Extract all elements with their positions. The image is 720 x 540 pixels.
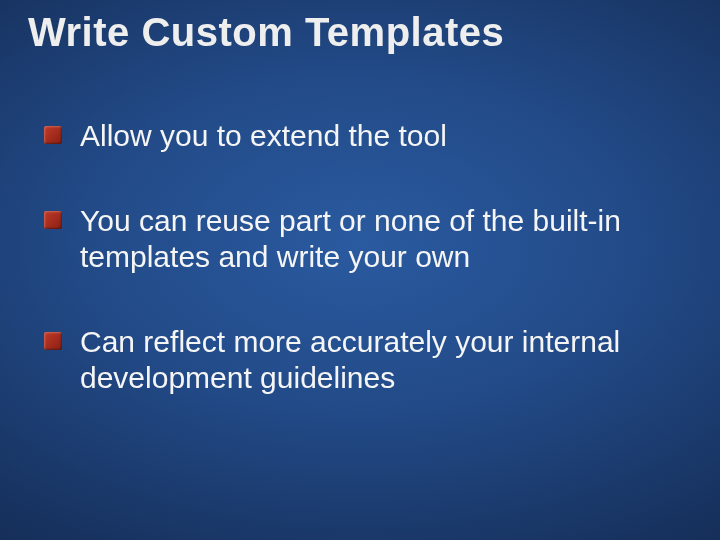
list-item: Allow you to extend the tool: [44, 118, 680, 153]
bullet-icon: [44, 211, 62, 229]
list-item: You can reuse part or none of the built-…: [44, 203, 680, 274]
slide-title: Write Custom Templates: [28, 10, 504, 55]
bullet-icon: [44, 332, 62, 350]
bullet-text: Allow you to extend the tool: [80, 118, 447, 153]
slide: Write Custom Templates Allow you to exte…: [0, 0, 720, 540]
list-item: Can reflect more accurately your interna…: [44, 324, 680, 395]
bullet-icon: [44, 126, 62, 144]
bullet-text: Can reflect more accurately your interna…: [80, 324, 680, 395]
slide-content: Allow you to extend the tool You can reu…: [44, 118, 680, 445]
bullet-text: You can reuse part or none of the built-…: [80, 203, 680, 274]
